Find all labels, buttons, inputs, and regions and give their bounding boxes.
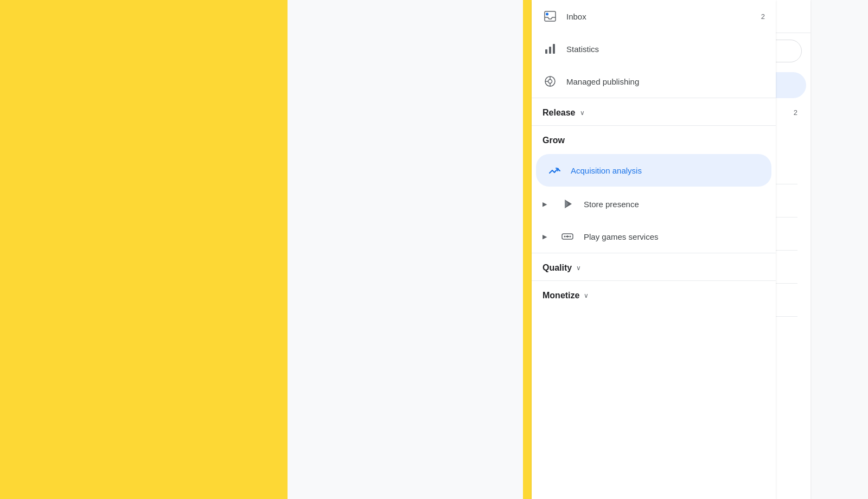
right-nav-item-inbox[interactable]: Inbox 2 — [532, 0, 776, 33]
svg-point-29 — [570, 236, 571, 238]
svg-point-21 — [548, 80, 552, 84]
yellow-right-bg — [523, 0, 532, 499]
acquisition-analysis-icon — [547, 163, 562, 178]
svg-rect-17 — [545, 49, 547, 54]
right-chevron-quality-icon: ∨ — [576, 264, 581, 272]
right-sidebar: Inbox 2 Statistics Managed publishing — [532, 0, 776, 499]
right-nav-label-store-presence: Store presence — [584, 200, 765, 209]
right-inbox-icon — [542, 9, 558, 24]
right-nav-item-store-presence[interactable]: ▶ Store presence — [532, 188, 776, 220]
right-section-title-release: Release — [542, 108, 576, 118]
right-nav-label-inbox: Inbox — [566, 12, 752, 21]
svg-rect-19 — [553, 44, 555, 54]
right-inbox-badge: 2 — [761, 12, 765, 21]
yellow-left-bg — [0, 0, 288, 499]
right-nav-label-managed-publishing: Managed publishing — [566, 77, 765, 86]
svg-point-28 — [564, 236, 566, 238]
right-section-monetize[interactable]: Monetize ∨ — [532, 281, 776, 308]
svg-rect-18 — [549, 47, 551, 54]
inbox-badge: 2 — [794, 108, 797, 117]
svg-rect-15 — [545, 11, 556, 21]
right-section-title-quality: Quality — [542, 263, 572, 273]
right-nav-item-play-games[interactable]: ▶ Play games services — [532, 220, 776, 253]
right-chevron-release-icon: ∨ — [580, 109, 585, 117]
right-statistics-icon — [542, 41, 558, 56]
svg-point-16 — [546, 13, 548, 16]
play-games-icon — [560, 229, 575, 244]
right-nav-label-statistics: Statistics — [566, 44, 765, 54]
store-presence-icon — [560, 196, 575, 212]
right-section-title-grow: Grow — [542, 136, 565, 145]
right-nav-label-play-games: Play games services — [584, 232, 765, 241]
right-section-grow[interactable]: Grow — [532, 126, 776, 153]
right-nav-label-acquisition-analysis: Acquisition analysis — [571, 166, 761, 175]
right-section-release[interactable]: Release ∨ — [532, 98, 776, 125]
right-section-title-monetize: Monetize — [542, 291, 579, 300]
right-section-quality[interactable]: Quality ∨ — [532, 253, 776, 280]
expand-play-games-icon: ▶ — [542, 233, 547, 240]
expand-store-presence-icon: ▶ — [542, 201, 547, 208]
right-managed-publishing-icon — [542, 74, 558, 89]
right-nav-item-acquisition-analysis[interactable]: Acquisition analysis — [536, 154, 771, 187]
right-nav-item-managed-publishing[interactable]: Managed publishing — [532, 65, 776, 98]
right-chevron-monetize-icon: ∨ — [584, 292, 589, 299]
right-nav-item-statistics[interactable]: Statistics — [532, 33, 776, 65]
svg-rect-31 — [566, 236, 569, 237]
